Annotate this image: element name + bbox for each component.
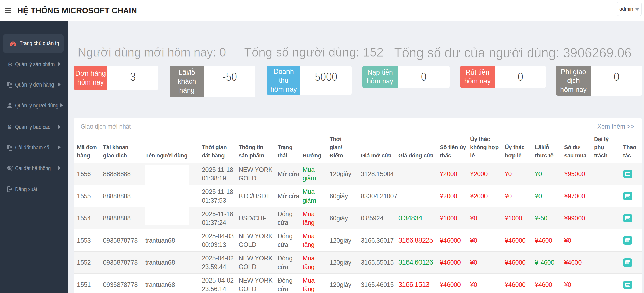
svg-text:¥: ¥ [8,124,11,130]
svg-text:₿: ₿ [8,61,12,67]
